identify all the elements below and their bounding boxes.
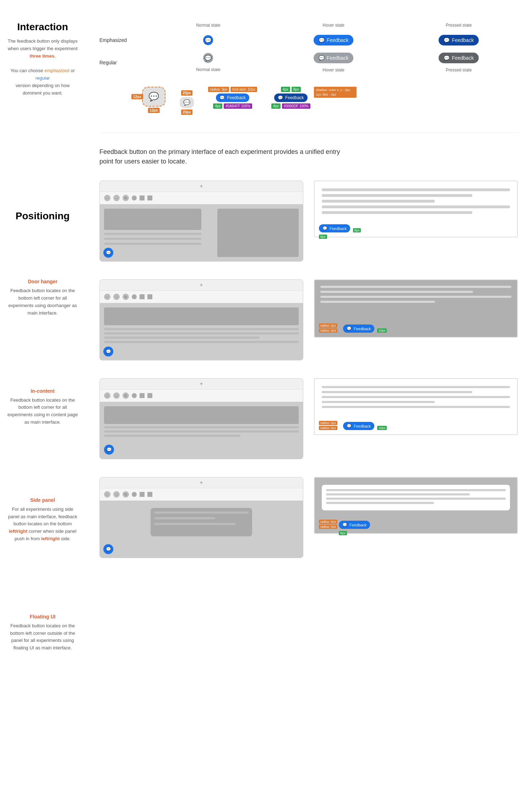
side-panel-highlight2: left/right (41, 536, 60, 541)
view-toggle4[interactable] (147, 294, 152, 299)
view-toggle7[interactable] (140, 492, 145, 497)
refresh-btn3[interactable]: ↻ (123, 392, 129, 399)
spec-20px-bottom: 20px (181, 109, 193, 115)
side-panel-highlight1: left/right (9, 529, 27, 534)
detail-fb-button[interactable]: 💬 Feedback (319, 224, 350, 232)
interaction-section: Normal state Hover state Pressed state E… (99, 21, 518, 115)
spec-color-normal: #0A84FF 100% (224, 103, 252, 109)
emphasized-normal: 💬 (149, 35, 267, 45)
emphasized-hover: 💬 Feedback (275, 35, 393, 45)
hover-state-header: Hover state (275, 21, 393, 28)
status-indicator (132, 195, 137, 200)
view-toggle5[interactable] (140, 393, 145, 398)
spec-radius-2-sidepanel: radius: 0px (319, 426, 337, 430)
plus-icon2: + (200, 282, 203, 288)
back-btn2[interactable]: ← (104, 294, 110, 300)
refresh-btn2[interactable]: ↻ (123, 294, 129, 300)
emphasized-hover-button[interactable]: 💬 Feedback (314, 35, 353, 45)
spec-font-size: font-size: 10px (230, 87, 257, 92)
in-content-fb-button[interactable]: 💬 Feedback (343, 325, 374, 333)
back-btn[interactable]: ← (104, 195, 110, 201)
fc-line2 (326, 493, 470, 495)
refresh-btn[interactable]: ↻ (123, 195, 129, 201)
door-hanger-layout: + ← → ↻ (99, 181, 518, 262)
regular-pressed-button[interactable]: 💬 Feedback (439, 53, 478, 63)
sp-dl5 (322, 406, 510, 408)
emphasized-hover-label: Feedback (327, 37, 348, 43)
fb-corner-btn-floating[interactable]: 💬 (103, 544, 113, 554)
content-line (104, 337, 260, 339)
spec-bottom-padding: 12px (148, 108, 160, 113)
content-line (104, 332, 299, 334)
spec-color-pressed: #0060DF 100% (282, 103, 310, 109)
spec-pressed-button[interactable]: 💬 Feedback (274, 93, 308, 102)
spec-10px-sidepanel: 10px (377, 426, 387, 430)
emphasized-normal-icon: 💬 (203, 35, 213, 45)
fb-corner-btn-sidepanel[interactable]: 💬 (104, 445, 114, 455)
hover-state-label-2: Hover state (322, 68, 344, 73)
emphasized-pressed-label: Feedback (452, 37, 473, 43)
spec-chat-icon-pressed: 💬 (278, 95, 283, 100)
side-panel-body: For all experiments using side panel as … (7, 506, 78, 543)
floating-fb-button[interactable]: 💬 Feedback (339, 521, 370, 529)
pressed-state-label: Pressed state (446, 23, 472, 28)
in-content-fb-area: radius: 0px radius: 0px (319, 323, 337, 333)
plus-icon3: + (200, 381, 203, 387)
content-header (104, 307, 299, 325)
side-panel-detail: radius: 0px radius: 0px 💬 Feedback 10px (314, 378, 518, 435)
refresh-btn4[interactable]: ↻ (123, 491, 129, 498)
hover-state-label: Hover state (322, 23, 344, 28)
forward-btn[interactable]: → (113, 195, 120, 201)
view-toggle6[interactable] (147, 393, 152, 398)
emphasized-pressed: 💬 Feedback (400, 35, 518, 45)
browser-content-doorhanger: 💬 (100, 204, 303, 261)
in-content-mockup: + ← → ↻ (99, 279, 303, 360)
emphasized-pressed-button[interactable]: 💬 Feedback (439, 35, 478, 45)
in-content-layout: + ← → ↻ (99, 279, 518, 360)
spec-normal-button[interactable]: 💬 Feedback (216, 93, 249, 102)
right-panel (217, 209, 299, 257)
dl2 (320, 291, 473, 293)
side-panel-title: Side panel (7, 497, 78, 503)
dl4 (320, 301, 435, 303)
floating-fb-icon: 💬 (342, 522, 347, 527)
side-panel-fb-button[interactable]: 💬 Feedback (343, 422, 374, 430)
spec-corner-top: 4px (281, 87, 290, 92)
spec-pressed-label: Feedback (285, 95, 304, 100)
view-toggle3[interactable] (140, 294, 145, 299)
in-content-title: In-content (7, 388, 78, 394)
fc-line3 (326, 498, 506, 500)
interaction-body-highlight: three times. (30, 53, 56, 59)
detail-line (322, 188, 510, 191)
side-panel-fb-area: 💬 Feedback 10px (343, 422, 374, 430)
spec-20px-top: 20px (181, 90, 193, 96)
fb-corner-btn-doorhanger[interactable]: 💬 (103, 248, 113, 258)
forward-btn2[interactable]: → (113, 294, 120, 300)
normal-state-label: Normal state (196, 23, 220, 28)
forward-btn3[interactable]: → (113, 392, 120, 399)
browser-tab-bar4: + (100, 477, 303, 488)
dl3 (320, 296, 511, 298)
view-toggle8[interactable] (147, 492, 152, 497)
status-indicator3 (132, 393, 137, 398)
feedback-icon-pressed: 💬 (444, 37, 450, 43)
back-btn3[interactable]: ← (104, 392, 110, 399)
pressed-state-label-2: Pressed state (446, 68, 472, 73)
browser-toolbar: ← → ↻ (100, 192, 303, 204)
sidebar-positioning-section: Positioning Door hanger Feedback button … (7, 210, 78, 652)
back-btn4[interactable]: ← (104, 491, 110, 498)
regular-hover-button[interactable]: 💬 Feedback (314, 53, 353, 63)
browser-content-floating: 💬 (100, 501, 303, 558)
door-hanger-section: Door hanger Feedback button locates on t… (7, 279, 78, 317)
view-toggle1[interactable] (140, 195, 145, 200)
in-content-body: Feedback button locates on the bottom le… (7, 397, 78, 426)
side-panel-fb-label: Feedback (354, 424, 371, 428)
regular-label: Regular (99, 60, 142, 65)
page: Interaction The feedback button only dis… (0, 0, 532, 680)
view-toggle2[interactable] (147, 195, 152, 200)
spec-8px-right: 8px (353, 228, 361, 232)
status-indicator4 (132, 492, 137, 497)
forward-btn4[interactable]: → (113, 491, 120, 498)
fb-corner-btn-incontent[interactable]: 💬 (103, 347, 113, 356)
in-content-fb-btn-area: 💬 Feedback 10px (343, 325, 374, 333)
